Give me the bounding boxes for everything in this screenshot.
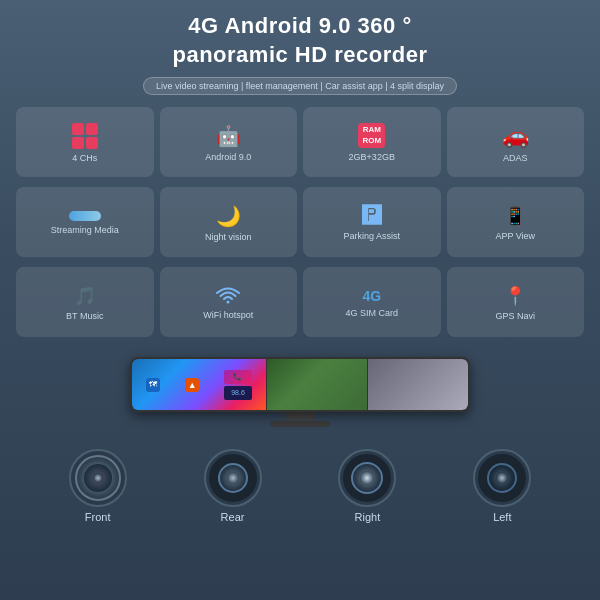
device-image: 🗺 ▲ 📞 98.6 <box>16 347 584 437</box>
camera-right-circle <box>338 449 396 507</box>
camera-rear: Rear <box>204 449 262 523</box>
mirror-device: 🗺 ▲ 📞 98.6 <box>130 357 470 412</box>
feature-4ch: 4 CHs <box>16 107 154 177</box>
mirror-cam-view1 <box>266 359 367 410</box>
adas-icon: 🚗 <box>502 123 529 149</box>
appview-icon: 📱 <box>504 205 526 227</box>
feature-parking: 🅿 Parking Assist <box>303 187 441 257</box>
bt-icon: 🎵 <box>74 285 96 307</box>
feature-android: 🤖 Android 9.0 <box>160 107 298 177</box>
camera-rear-circle <box>204 449 262 507</box>
wifi-icon <box>215 286 241 306</box>
feature-wifi-label: WiFi hotspot <box>203 310 253 321</box>
feature-gps-label: GPS Navi <box>495 311 535 322</box>
ram-icon: RAMROM <box>358 123 385 148</box>
gps-icon: 📍 <box>504 285 526 307</box>
4ch-icon <box>72 123 98 149</box>
main-title: 4G Android 9.0 360 °panoramic HD recorde… <box>172 12 427 69</box>
feature-appview-label: APP View <box>495 231 535 242</box>
camera-rear-label: Rear <box>221 511 245 523</box>
features-grid-row3: 🎵 BT Music WiFi hotspot 4G 4G SIM Card <box>16 267 584 337</box>
feature-bt: 🎵 BT Music <box>16 267 154 337</box>
camera-right: Right <box>338 449 396 523</box>
features-grid-row1: 4 CHs 🤖 Android 9.0 RAMROM 2GB+32GB 🚗 AD… <box>16 107 584 177</box>
camera-left: Left <box>473 449 531 523</box>
sim-icon: 4G <box>362 288 381 304</box>
streaming-icon <box>69 211 101 221</box>
feature-adas-label: ADAS <box>503 153 528 164</box>
night-icon: 🌙 <box>216 204 241 228</box>
features-grid-row2: Streaming Media 🌙 Night vision 🅿 Parking… <box>16 187 584 257</box>
camera-left-circle <box>473 449 531 507</box>
feature-bt-label: BT Music <box>66 311 103 322</box>
feature-streaming-label: Streaming Media <box>51 225 119 236</box>
camera-front: Front <box>69 449 127 523</box>
feature-sim: 4G 4G SIM Card <box>303 267 441 337</box>
camera-right-label: Right <box>355 511 381 523</box>
android-icon: 🤖 <box>216 124 241 148</box>
camera-front-label: Front <box>85 511 111 523</box>
feature-parking-label: Parking Assist <box>343 231 400 242</box>
subtitle-bar: Live video streaming | fleet management … <box>143 77 457 95</box>
product-page: 4G Android 9.0 360 °panoramic HD recorde… <box>0 0 600 600</box>
feature-wifi: WiFi hotspot <box>160 267 298 337</box>
feature-ram-label: 2GB+32GB <box>349 152 395 163</box>
feature-gps: 📍 GPS Navi <box>447 267 585 337</box>
feature-night-label: Night vision <box>205 232 252 243</box>
camera-front-circle <box>69 449 127 507</box>
feature-appview: 📱 APP View <box>447 187 585 257</box>
cameras-row: Front Rear Right <box>30 449 570 523</box>
feature-adas: 🚗 ADAS <box>447 107 585 177</box>
mirror-screen-left: 🗺 ▲ 📞 98.6 <box>132 359 266 410</box>
feature-ram: RAMROM 2GB+32GB <box>303 107 441 177</box>
feature-night: 🌙 Night vision <box>160 187 298 257</box>
mirror-cam-view2 <box>367 359 468 410</box>
feature-sim-label: 4G SIM Card <box>345 308 398 319</box>
feature-android-label: Android 9.0 <box>205 152 251 163</box>
mirror-screen-right <box>266 359 468 410</box>
camera-left-label: Left <box>493 511 511 523</box>
feature-4ch-label: 4 CHs <box>72 153 97 164</box>
feature-streaming: Streaming Media <box>16 187 154 257</box>
parking-icon: 🅿 <box>362 204 382 227</box>
